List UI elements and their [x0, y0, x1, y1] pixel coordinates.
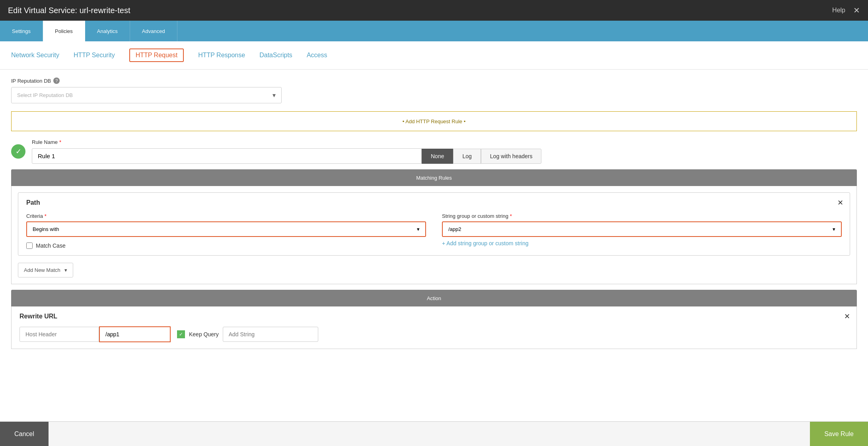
required-marker: *	[59, 139, 61, 145]
criteria-required: *	[45, 213, 47, 219]
criteria-col: Criteria * Begins with ▾ Match Case	[26, 213, 426, 249]
action-section: Action Rewrite URL ✕ ✓ Keep Query	[11, 290, 857, 349]
checkmark-icon: ✓	[179, 332, 183, 337]
cancel-button[interactable]: Cancel	[0, 422, 49, 446]
tab-settings[interactable]: Settings	[0, 21, 43, 41]
rule-name-input-row: None Log Log with headers	[32, 148, 857, 164]
sub-nav-network-security[interactable]: Network Security	[11, 52, 59, 59]
tab-advanced[interactable]: Advanced	[130, 21, 177, 41]
sub-nav: Network Security HTTP Security HTTP Requ…	[0, 41, 868, 70]
match-case-row: Match Case	[26, 242, 426, 249]
string-required: *	[510, 213, 512, 219]
criteria-chevron-icon: ▾	[417, 226, 420, 232]
rule-name-section: ✓ Rule Name * None Log Log with headers	[11, 139, 857, 164]
keep-query-group: ✓ Keep Query	[177, 330, 219, 338]
keep-query-label: Keep Query	[189, 331, 219, 337]
add-new-match-dropdown[interactable]: Add New Match ▾	[18, 263, 73, 277]
string-group-chevron-icon: ▾	[833, 226, 835, 232]
action-close-icon[interactable]: ✕	[844, 312, 850, 321]
add-string-input[interactable]	[223, 327, 318, 342]
sub-nav-datascripts[interactable]: DataScripts	[259, 52, 292, 59]
tab-bar: Settings Policies Analytics Advanced	[0, 21, 868, 41]
string-group-col: String group or custom string * /app2 ▾ …	[442, 213, 842, 246]
log-button-group: None Log Log with headers	[422, 149, 541, 164]
close-icon[interactable]: ✕	[853, 6, 860, 15]
help-link[interactable]: Help	[832, 7, 845, 14]
tab-analytics[interactable]: Analytics	[85, 21, 130, 41]
criteria-row: Criteria * Begins with ▾ Match Case	[26, 213, 842, 249]
host-header-input[interactable]	[19, 327, 99, 342]
title-bar: Edit Virtual Service: url-rewrite-test H…	[0, 0, 868, 21]
criteria-label: Criteria *	[26, 213, 426, 219]
window-title: Edit Virtual Service: url-rewrite-test	[8, 6, 130, 15]
ip-reputation-help-icon[interactable]: ?	[53, 78, 60, 84]
ip-reputation-label: IP Reputation DB ?	[11, 78, 857, 84]
matching-rules-box: Path ✕ Criteria * Begins with ▾	[11, 186, 857, 284]
tab-policies[interactable]: Policies	[43, 21, 85, 41]
matching-rules-section: Matching Rules Path ✕ Criteria *	[11, 169, 857, 284]
match-case-checkbox[interactable]	[26, 242, 33, 249]
ip-reputation-select[interactable]: Select IP Reputation DB ▾	[11, 87, 282, 103]
chevron-down-icon: ▾	[272, 91, 276, 99]
log-none-button[interactable]: None	[422, 149, 453, 164]
string-group-label: String group or custom string *	[442, 213, 842, 219]
matching-rules-header: Matching Rules	[11, 169, 857, 186]
title-bar-actions: Help ✕	[832, 6, 860, 15]
content-area: IP Reputation DB ? Select IP Reputation …	[0, 70, 868, 421]
string-group-select[interactable]: /app2 ▾	[442, 221, 842, 237]
path-close-icon[interactable]: ✕	[837, 198, 843, 207]
rule-status-icon: ✓	[11, 144, 25, 159]
ip-reputation-section: IP Reputation DB ? Select IP Reputation …	[11, 78, 857, 103]
add-match-chevron-icon: ▾	[64, 267, 67, 273]
rule-name-input[interactable]	[32, 148, 422, 164]
bottom-bar: Cancel Save Rule	[0, 421, 868, 446]
path-title: Path	[26, 199, 842, 206]
log-with-headers-button[interactable]: Log with headers	[481, 149, 542, 164]
action-box: Rewrite URL ✕ ✓ Keep Query	[11, 306, 857, 349]
log-button[interactable]: Log	[453, 149, 481, 164]
sub-nav-http-security[interactable]: HTTP Security	[74, 52, 115, 59]
rule-name-container: Rule Name * None Log Log with headers	[32, 139, 857, 164]
keep-query-checkbox[interactable]: ✓	[177, 330, 185, 338]
path-box: Path ✕ Criteria * Begins with ▾	[18, 192, 850, 256]
rule-name-label-text: Rule Name *	[32, 139, 857, 145]
sub-nav-http-request[interactable]: HTTP Request	[129, 48, 184, 62]
add-rule-banner[interactable]: • Add HTTP Request Rule •	[11, 111, 857, 131]
save-rule-button[interactable]: Save Rule	[810, 422, 868, 446]
sub-nav-access[interactable]: Access	[307, 52, 327, 59]
path-input[interactable]	[99, 326, 171, 342]
action-header: Action	[11, 290, 857, 306]
rewrite-url-title: Rewrite URL	[19, 313, 849, 320]
rewrite-url-row: ✓ Keep Query	[19, 326, 849, 342]
match-case-label: Match Case	[36, 242, 66, 249]
add-string-link[interactable]: + Add string group or custom string	[442, 240, 842, 246]
sub-nav-http-response[interactable]: HTTP Response	[198, 52, 245, 59]
criteria-select[interactable]: Begins with ▾	[26, 221, 426, 237]
checkmark-icon: ✓	[16, 147, 21, 156]
